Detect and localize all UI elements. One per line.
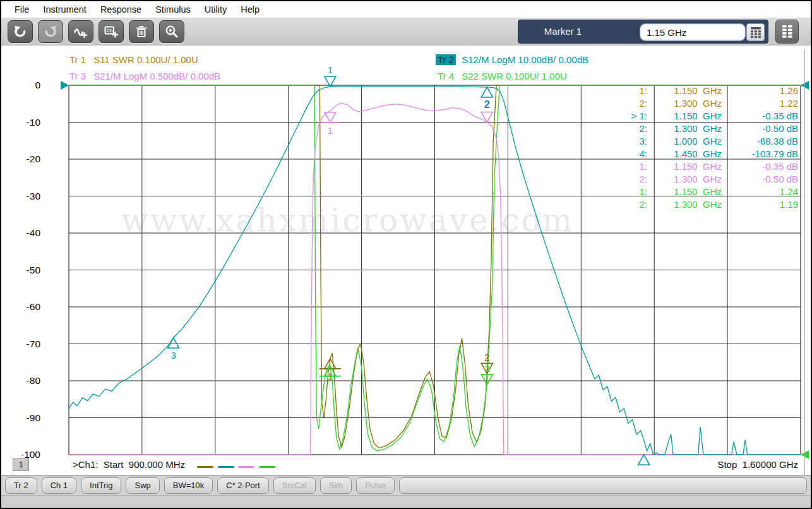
trace-label-tr3[interactable]: Tr 3S21/M LogM 0.500dB/ 0.00dB [68,71,220,81]
marker-label-tr1-2: 2 [484,352,489,362]
statusbar: Tr 2Ch 1IntTrigSwpBW=10kC* 2-PortSrcCalS… [1,475,811,495]
trace-tab-tr3[interactable]: Tr 3 [68,71,88,81]
trace-legend-dash-2 [218,466,234,468]
menu-item-response[interactable]: Response [93,1,148,18]
marker-tr3-1[interactable] [325,112,336,123]
trace-desc-tr3: S21/M LogM 0.500dB/ 0.00dB [93,71,220,81]
menubar: FileInstrumentResponseStimulusUtilityHel… [1,1,811,18]
marker-table-row: 1:1.150 GHz-0.35 dB [592,160,798,173]
y-axis-label: -90 [6,412,40,424]
trace-legend-dash-3 [238,466,254,468]
statusbar-message-area [399,477,807,494]
statusbar-button-ch-1[interactable]: Ch 1 [42,477,76,494]
trace-desc-tr4: S22 SWR 0.100U/ 1.00U [462,71,567,81]
menu-item-utility[interactable]: Utility [198,1,234,18]
toolbar: Ch Marker 1 [1,18,811,45]
marker-table-cell: -0.50 dB [722,123,798,135]
menu-item-stimulus[interactable]: Stimulus [148,1,198,18]
marker-table-cell: 4: [592,148,647,160]
add-channel-icon: Ch [104,24,119,39]
zoom-button[interactable] [159,20,184,43]
marker-label-tr2-1: 1 [328,64,333,75]
y-axis-label: -10 [6,116,40,129]
marker-table-row: 1:1.150 GHz1.24 [592,186,798,198]
trace-label-tr2[interactable]: Tr 2S12/M LogM 10.00dB/ 0.00dB [436,54,588,65]
trace-legend-dash-1 [197,466,213,468]
undo-icon [13,24,28,39]
menu-item-instrument[interactable]: Instrument [36,1,93,18]
marker-table-row: 2:1.300 GHz-0.50 dB [592,123,798,135]
add-trace-icon [73,24,88,39]
channel-prefix: >Ch1: [73,459,98,470]
marker-table-cell: 1.19 [722,198,798,211]
y-axis-label: -20 [6,153,40,165]
menu-item-help[interactable]: Help [234,1,266,18]
marker-table-cell: 2: [592,123,647,135]
trace-desc-tr1: S11 SWR 0.100U/ 1.00U [93,54,198,65]
stop-label: Stop [717,459,737,470]
marker-table-row: 2:1.300 GHz1.19 [592,198,798,211]
marker-table-cell: 1.300 GHz [647,123,722,135]
marker-label-tr4-2: 2 [484,363,489,374]
y-axis-label: -80 [6,374,40,387]
display-menu-button[interactable] [775,20,799,44]
marker-table-cell: 1: [592,186,647,198]
menu-item-file[interactable]: File [8,1,36,18]
bottom-strip [1,495,811,508]
marker-table-cell: -103.79 dB [722,148,798,160]
trace-label-tr1[interactable]: Tr 1S11 SWR 0.100U/ 1.00U [68,54,198,65]
statusbar-button-inttrig[interactable]: IntTrig [81,477,121,494]
marker-table-cell: -0.35 dB [722,110,798,123]
statusbar-button-tr-2[interactable]: Tr 2 [5,477,37,494]
marker-table-cell: 1: [592,160,647,173]
statusbar-button-pulse[interactable]: Pulse [356,477,395,494]
stimulus-start-readout: >Ch1: Start 900.000 MHz [73,459,185,470]
trace-tab-tr4[interactable]: Tr 4 [436,71,456,81]
statusbar-button-srccal[interactable]: SrcCal [273,477,316,494]
marker-tr2-4[interactable] [638,455,650,465]
keypad-button[interactable] [746,23,765,41]
keypad-icon [749,26,763,39]
trace-tab-tr2[interactable]: Tr 2 [436,54,456,65]
undo-button[interactable] [8,20,33,43]
stimulus-stop-readout: Stop 1.60000 GHz [664,459,798,470]
trace-label-tr4[interactable]: Tr 4S22 SWR 0.100U/ 1.00U [436,71,567,81]
delete-button[interactable] [129,20,154,43]
statusbar-button-bw-10k[interactable]: BW=10k [164,477,213,494]
right-separator [804,49,805,475]
vna-application-window: { "menu": { "items": ["File", "Instrumen… [0,0,812,509]
marker-tr2-3[interactable] [168,338,179,348]
add-channel-button[interactable]: Ch [99,20,124,43]
channel-number-button[interactable]: 1 [13,458,29,471]
marker-table-cell: 1.26 [722,85,798,97]
marker-table-row: > 1:1.150 GHz-0.35 dB [592,110,798,123]
statusbar-button-sim[interactable]: Sim [320,477,352,494]
marker-tr3-2[interactable] [481,112,493,123]
statusbar-button-swp[interactable]: Swp [126,477,159,494]
zoom-icon [164,24,179,39]
marker-table-row: 2:1.300 GHz-0.50 dB [592,173,798,186]
stop-value: 1.60000 GHz [743,459,798,470]
add-trace-button[interactable] [68,20,93,43]
marker-table-cell: -0.50 dB [722,173,798,186]
statusbar-button-c-2-port[interactable]: C* 2-Port [217,477,268,494]
redo-icon [43,24,58,39]
marker-table-cell: 1.300 GHz [647,198,722,211]
marker-table-row: 3:1.000 GHz-68.38 dB [592,135,798,148]
trace-tab-tr1[interactable]: Tr 1 [68,54,88,65]
marker-frequency-input[interactable] [640,23,746,41]
marker-tr2-2[interactable] [481,87,493,97]
y-axis-label: 0 [6,79,40,92]
marker-table-cell: -0.35 dB [722,160,798,173]
marker-table-row: 1:1.150 GHz1.26 [592,85,798,97]
reference-arrow-icon-0 [61,81,69,90]
marker-label: Marker 1 [544,26,582,37]
start-value: 900.000 MHz [129,459,185,470]
marker-table-cell: -68.38 dB [722,135,798,148]
delete-icon [134,24,149,39]
trace-legend-dash-4 [259,466,275,468]
marker-table-cell: 1.150 GHz [647,85,722,97]
marker-table-cell: 1.450 GHz [647,148,722,160]
display-menu-icon [781,24,794,39]
marker-label-tr2-3: 3 [170,350,176,361]
